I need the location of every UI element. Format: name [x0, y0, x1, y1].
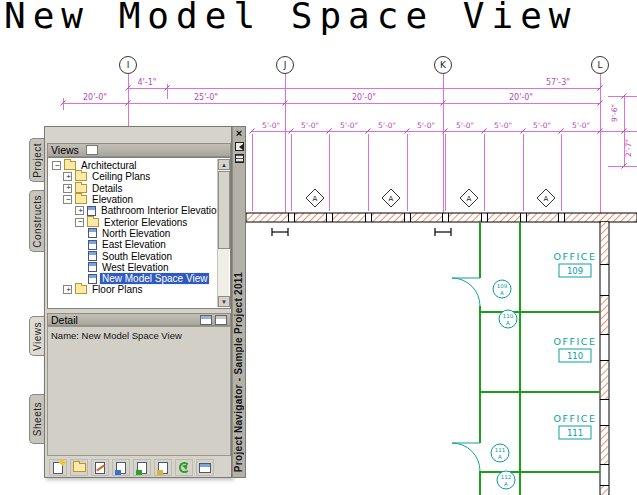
- door-tag-number: 112: [501, 474, 512, 480]
- tree-scrollbar[interactable]: ▲ ▼: [217, 159, 229, 307]
- tree-item-north-elevation[interactable]: North Elevation: [48, 228, 218, 239]
- tree-item-label-selected: New Model Space View: [100, 273, 209, 284]
- tree-item-label: Architectural: [79, 160, 139, 171]
- tree-item-label: Elevation: [90, 194, 135, 205]
- dim-label: 2'-7": [624, 139, 633, 157]
- collapse-icon[interactable]: [75, 218, 84, 227]
- dim-label: 5'-0": [301, 121, 319, 130]
- tree-item-details[interactable]: Details: [48, 183, 218, 194]
- window-tags: A A A A: [306, 189, 555, 207]
- dim-label: 5'-0": [456, 121, 474, 130]
- room-name: OFFICE: [554, 413, 597, 424]
- tree-item-east-elevation[interactable]: East Elevation: [48, 239, 218, 250]
- collapse-icon[interactable]: [52, 161, 61, 170]
- tree-item-south-elevation[interactable]: South Elevation: [48, 250, 218, 261]
- tree-item-bathroom-interior-elevations[interactable]: Bathroom Interior Elevations: [48, 205, 218, 216]
- tree-item-label: East Elevation: [100, 239, 168, 250]
- tree-item-floor-plans[interactable]: Floor Plans: [48, 284, 218, 295]
- new-view-icon[interactable]: [86, 145, 98, 155]
- repath-xref-button[interactable]: [196, 459, 214, 476]
- tab-constructs[interactable]: Constructs: [29, 190, 45, 252]
- project-navigator-palette: Project Constructs Views Sheets Views Ar…: [29, 126, 246, 478]
- folder-icon: [75, 195, 87, 204]
- tree-item-new-model-space-view[interactable]: New Model Space View: [48, 273, 218, 284]
- attach-construct-button[interactable]: [133, 459, 151, 476]
- collapse-icon[interactable]: [63, 195, 72, 204]
- palette-titlebar[interactable]: Project Navigator - Sample Project 2011: [232, 126, 246, 478]
- door-tag-number: 110: [503, 313, 514, 319]
- door-tag-letter: A: [500, 290, 504, 296]
- view-drawing-icon: [87, 206, 96, 216]
- tree-item-ceiling-plans[interactable]: Ceiling Plans: [48, 171, 218, 182]
- folder-icon: [64, 161, 76, 170]
- model-space-view-icon: [88, 274, 97, 284]
- tree-item-label: Ceiling Plans: [90, 171, 152, 182]
- new-view-button[interactable]: [49, 459, 67, 476]
- dim-label: 20'-0": [509, 93, 533, 102]
- tab-views-label: Views: [32, 322, 43, 351]
- door-tag-letter: A: [498, 454, 502, 460]
- expand-icon[interactable]: [63, 172, 72, 181]
- expand-icon[interactable]: [63, 285, 72, 294]
- dim-label: 5'-0": [378, 121, 396, 130]
- scroll-down-icon[interactable]: ▼: [218, 296, 230, 307]
- auto-hide-icon[interactable]: [235, 142, 244, 151]
- model-space-view-icon: [88, 240, 97, 250]
- view-properties-button[interactable]: [154, 459, 172, 476]
- folder-icon: [75, 172, 87, 181]
- folder-icon: [75, 184, 87, 193]
- room-name: OFFICE: [554, 251, 597, 262]
- door-tags: 109 A 110 A 111 A 112 A: [491, 280, 517, 489]
- tree-item-label: Details: [90, 183, 125, 194]
- grid-bubble-label: L: [597, 60, 602, 70]
- tab-sheets-label: Sheets: [32, 402, 43, 436]
- room-number: 111: [567, 428, 583, 438]
- edit-view-icon: [95, 462, 105, 474]
- tree-item-elevation[interactable]: Elevation: [48, 194, 218, 205]
- edit-view-button[interactable]: [91, 459, 109, 476]
- open-view-icon: [116, 462, 126, 474]
- refresh-icon: [179, 462, 190, 473]
- palette-bottom-toolbar: [47, 458, 231, 477]
- tree-item-exterior-elevations[interactable]: Exterior Elevations: [48, 216, 218, 227]
- detail-view-icon[interactable]: [200, 315, 212, 325]
- door-tag-letter: A: [506, 320, 510, 326]
- close-icon[interactable]: [233, 128, 245, 140]
- room-number: 110: [567, 351, 583, 361]
- window-tag-label: A: [389, 195, 394, 203]
- section-marker: [272, 228, 451, 236]
- palette-title: Project Navigator - Sample Project 2011: [233, 272, 245, 472]
- tree-item-label: West Elevation: [100, 262, 171, 273]
- preview-view-icon[interactable]: [215, 315, 227, 325]
- views-tree: Architectural Ceiling Plans Details Elev…: [47, 157, 231, 309]
- window-tag-label: A: [544, 195, 549, 203]
- tree-item-architectural[interactable]: Architectural: [48, 160, 218, 171]
- new-category-button[interactable]: [70, 459, 88, 476]
- expand-icon[interactable]: [75, 206, 84, 215]
- views-pane-header: Views: [47, 143, 231, 157]
- room-name: OFFICE: [554, 336, 597, 347]
- tab-sheets[interactable]: Sheets: [29, 394, 45, 444]
- properties-icon[interactable]: [235, 154, 244, 163]
- application-viewport: { "title": "New Model Space View", "draw…: [0, 0, 637, 495]
- expand-icon[interactable]: [63, 184, 72, 193]
- dim-label: 5'-0": [533, 121, 551, 130]
- repath-xref-icon: [199, 463, 211, 473]
- scroll-up-icon[interactable]: ▲: [218, 159, 230, 170]
- tree-item-west-elevation[interactable]: West Elevation: [48, 262, 218, 273]
- door-tag-number: 109: [497, 283, 508, 289]
- grid-bubble-label: I: [127, 60, 130, 70]
- tab-views[interactable]: Views: [29, 316, 45, 356]
- palette-body: Views Architectural Ceiling Plans: [44, 126, 232, 478]
- scrollbar-thumb[interactable]: [218, 171, 230, 249]
- dim-label: 4'-1": [138, 78, 157, 87]
- grid-bubbles: I J K L: [120, 57, 609, 74]
- model-space-view-title: New Model Space View: [4, 0, 577, 37]
- dim-label: 5'-0": [494, 121, 512, 130]
- refresh-project-button[interactable]: [175, 459, 193, 476]
- window-tag-label: A: [467, 195, 472, 203]
- dim-label: 5'-0": [417, 121, 435, 130]
- grid-bubble-label: J: [283, 60, 287, 70]
- tab-project[interactable]: Project: [29, 138, 45, 182]
- open-view-button[interactable]: [112, 459, 130, 476]
